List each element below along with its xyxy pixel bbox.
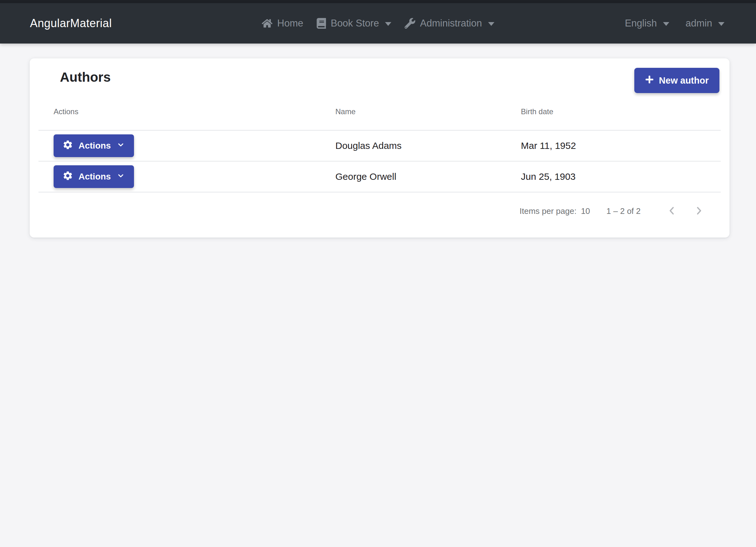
book-icon — [317, 18, 326, 29]
gear-icon — [62, 139, 73, 152]
nav-item-book-store[interactable]: Book Store — [317, 18, 391, 29]
chevron-right-icon — [693, 204, 705, 218]
authors-table: Actions Name Birth date Actions — [38, 93, 721, 192]
nav-item-label: Administration — [420, 18, 482, 29]
card-header: Authors New author — [30, 58, 730, 93]
plus-icon — [645, 75, 654, 86]
column-header-actions: Actions — [38, 93, 320, 130]
username-label: admin — [686, 18, 712, 29]
caret-down-icon — [385, 22, 391, 26]
author-name: George Orwell — [320, 161, 506, 192]
gear-icon — [62, 170, 73, 183]
page-title: Authors — [60, 68, 111, 87]
app-brand[interactable]: AngularMaterial — [30, 17, 112, 30]
nav-item-home[interactable]: Home — [262, 18, 303, 29]
author-birth-date: Mar 11, 1952 — [506, 130, 721, 161]
page-range-label: 1 – 2 of 2 — [607, 206, 641, 216]
page-size-value: 10 — [581, 206, 590, 216]
authors-table-wrapper: Actions Name Birth date Actions — [38, 93, 721, 192]
column-header-birth-date: Birth date — [506, 93, 721, 130]
author-name: Douglas Adams — [320, 130, 506, 161]
next-page-button[interactable] — [687, 199, 711, 223]
table-header-row: Actions Name Birth date — [38, 93, 721, 130]
home-icon — [262, 18, 272, 29]
main-navigation: Home Book Store Administration — [262, 18, 494, 29]
wrench-icon — [404, 18, 415, 29]
authors-card: Authors New author Actions Name Birth da… — [30, 58, 730, 237]
caret-down-icon — [488, 22, 494, 26]
chevron-down-icon — [116, 140, 125, 151]
paginator: Items per page: 10 1 – 2 of 2 — [30, 192, 730, 238]
row-actions-label: Actions — [79, 172, 111, 182]
nav-item-label: Book Store — [331, 18, 379, 29]
new-author-button-label: New author — [659, 75, 709, 86]
table-row: Actions George Orwell Jun 25, 1903 — [38, 161, 721, 192]
chevron-left-icon — [666, 204, 678, 218]
caret-down-icon — [718, 22, 724, 26]
navbar-right: English admin — [625, 18, 724, 29]
new-author-button[interactable]: New author — [634, 68, 719, 93]
row-actions-button[interactable]: Actions — [54, 134, 134, 157]
row-actions-label: Actions — [79, 141, 111, 151]
language-menu[interactable]: English — [625, 18, 669, 29]
caret-down-icon — [663, 22, 669, 26]
author-birth-date: Jun 25, 1903 — [506, 161, 721, 192]
top-navbar: AngularMaterial Home Book Store Administ… — [0, 3, 756, 44]
row-actions-button[interactable]: Actions — [54, 165, 134, 188]
column-header-name: Name — [320, 93, 506, 130]
items-per-page-label: Items per page: — [520, 206, 577, 216]
chevron-down-icon — [116, 171, 125, 182]
window-top-edge — [0, 0, 756, 3]
previous-page-button[interactable] — [660, 199, 684, 223]
user-menu[interactable]: admin — [686, 18, 724, 29]
nav-item-administration[interactable]: Administration — [404, 18, 494, 29]
nav-item-label: Home — [277, 18, 303, 29]
table-row: Actions Douglas Adams Mar 11, 1952 — [38, 130, 721, 161]
language-label: English — [625, 18, 657, 29]
